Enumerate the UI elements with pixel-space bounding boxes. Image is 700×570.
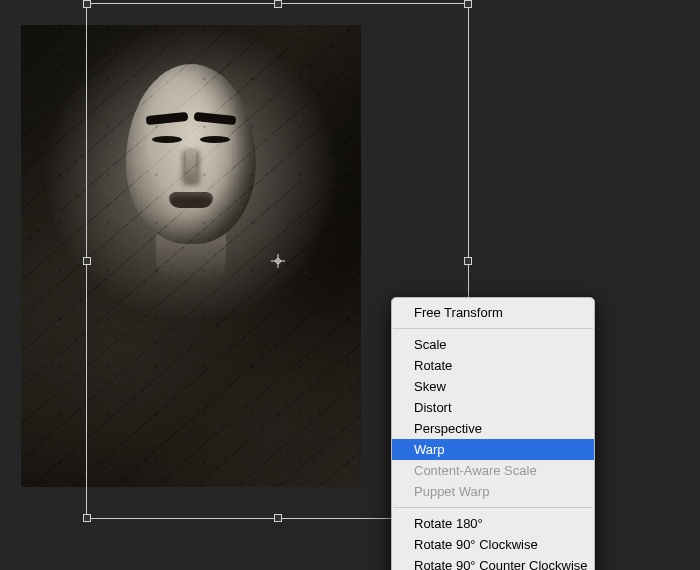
transform-handle-top-right[interactable] — [464, 0, 472, 8]
transform-handle-top-middle[interactable] — [274, 0, 282, 8]
menu-separator — [393, 507, 593, 508]
menu-item-free-transform[interactable]: Free Transform — [392, 302, 594, 323]
menu-item-distort[interactable]: Distort — [392, 397, 594, 418]
menu-item-warp[interactable]: Warp — [392, 439, 594, 460]
menu-item-rotate-180[interactable]: Rotate 180° — [392, 513, 594, 534]
menu-separator — [393, 328, 593, 329]
transform-handle-top-left[interactable] — [83, 0, 91, 8]
menu-item-rotate-90-cw[interactable]: Rotate 90° Clockwise — [392, 534, 594, 555]
menu-item-rotate-90-ccw[interactable]: Rotate 90° Counter Clockwise — [392, 555, 594, 570]
menu-item-rotate[interactable]: Rotate — [392, 355, 594, 376]
svg-point-2 — [275, 259, 280, 264]
transform-context-menu: Free Transform Scale Rotate Skew Distort… — [391, 297, 595, 570]
menu-item-skew[interactable]: Skew — [392, 376, 594, 397]
transform-center-icon[interactable] — [271, 254, 285, 268]
transform-handle-bottom-middle[interactable] — [274, 514, 282, 522]
menu-item-scale[interactable]: Scale — [392, 334, 594, 355]
menu-item-content-aware-scale: Content-Aware Scale — [392, 460, 594, 481]
transform-handle-middle-left[interactable] — [83, 257, 91, 265]
menu-item-puppet-warp: Puppet Warp — [392, 481, 594, 502]
menu-item-perspective[interactable]: Perspective — [392, 418, 594, 439]
transform-handle-middle-right[interactable] — [464, 257, 472, 265]
transform-handle-bottom-left[interactable] — [83, 514, 91, 522]
